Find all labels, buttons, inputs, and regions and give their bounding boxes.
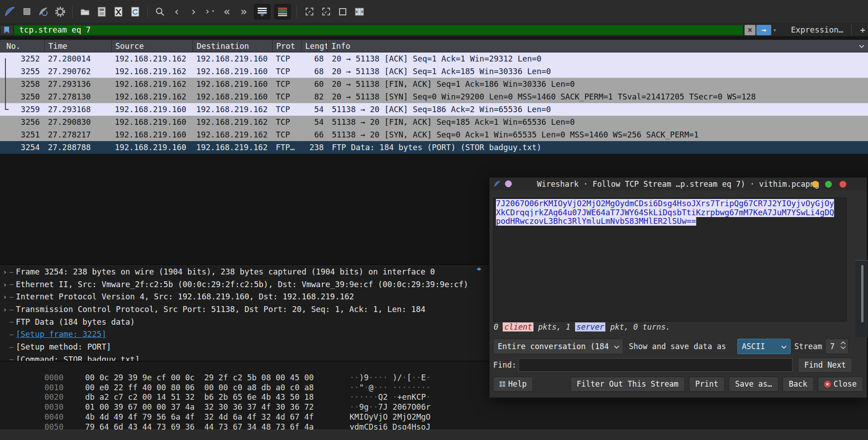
column-header-no[interactable]: No. xyxy=(0,40,44,52)
packet-source: 192.168.219.162 xyxy=(111,90,193,103)
hex-ascii: ··"·@··· ········ xyxy=(349,383,430,392)
packet-list: 3252 27.280014 192.168.219.162 192.168.2… xyxy=(0,52,868,154)
packet-no: 3252 xyxy=(0,52,44,65)
column-header-time[interactable]: Time xyxy=(44,40,111,52)
stream-number-stepper[interactable]: 7 xyxy=(825,339,849,354)
hex-ascii: ······Q2 ·+enKCP· xyxy=(349,393,430,402)
column-header-source[interactable]: Source xyxy=(111,40,193,52)
stepper-arrows-icon[interactable] xyxy=(840,341,846,350)
filter-out-stream-button[interactable]: Filter Out This Stream xyxy=(571,377,685,392)
packet-source: 192.168.219.160 xyxy=(111,116,193,128)
zoom-in-icon[interactable]: ↗ xyxy=(303,5,316,19)
stop-capture-icon[interactable] xyxy=(20,5,33,19)
packet-time: 27.278130 xyxy=(44,90,111,103)
packet-row[interactable]: 3254 27.288788 192.168.219.160 192.168.2… xyxy=(0,141,868,154)
find-packet-icon[interactable] xyxy=(154,5,166,19)
stream-statistics: 0 client pkts, 1 server pkt, 0 turns. xyxy=(494,322,670,331)
show-as-label: Show and save data as xyxy=(629,339,726,354)
wireshark-fin-start-icon[interactable] xyxy=(4,5,16,19)
column-header-length[interactable]: Lengt xyxy=(301,40,327,52)
auto-scroll-toggle[interactable] xyxy=(254,4,270,19)
add-filter-button[interactable]: + xyxy=(857,24,868,35)
go-to-packet-icon[interactable]: ›· xyxy=(204,5,217,19)
packet-row[interactable]: 3259 27.293168 192.168.219.160 192.168.2… xyxy=(0,103,868,116)
chevron-down-icon xyxy=(613,345,620,350)
filter-bar: × → ▾ Expression… + xyxy=(0,24,868,36)
resize-columns-icon[interactable] xyxy=(353,5,366,19)
related-packets-corner xyxy=(5,109,9,110)
packet-destination: 192.168.219.162 xyxy=(193,103,272,116)
packet-protocol: TCP xyxy=(272,65,301,78)
hex-bytes: 4b 4d 49 4f 79 56 6a 4f 32 4d 6a 4f 32 4… xyxy=(85,412,331,422)
expander-chevron-icon[interactable]: › xyxy=(3,291,9,303)
save-as-button[interactable]: Save as… xyxy=(729,377,778,392)
packet-row[interactable]: 3258 27.293136 192.168.219.162 192.168.2… xyxy=(0,78,868,90)
column-header-destination[interactable]: Destination xyxy=(193,40,272,52)
packet-no: 3254 xyxy=(0,141,44,154)
go-back-icon[interactable]: ‹ xyxy=(170,5,183,19)
clear-filter-icon[interactable]: × xyxy=(745,25,756,35)
window-close-button[interactable] xyxy=(840,181,846,188)
tree-tick xyxy=(9,297,14,298)
restart-capture-icon[interactable] xyxy=(37,5,50,19)
help-icon xyxy=(500,381,505,387)
tree-tick xyxy=(9,284,14,285)
window-minimize-button[interactable] xyxy=(812,181,819,188)
expander-chevron-icon[interactable]: › xyxy=(3,303,9,316)
zoom-out-icon[interactable]: ↙ xyxy=(320,5,332,19)
colorize-toggle[interactable] xyxy=(274,4,291,19)
open-file-icon[interactable] xyxy=(79,5,91,19)
zoom-original-icon[interactable] xyxy=(336,5,349,19)
hex-ascii: ··9g··7J 2067O06r xyxy=(349,402,430,412)
filter-dropdown-caret-icon[interactable]: ▾ xyxy=(771,25,778,35)
capture-options-gear-icon[interactable] xyxy=(54,5,66,19)
dialog-titlebar[interactable]: Wireshark · Follow TCP Stream …p.stream … xyxy=(490,178,867,190)
packet-length: 60 xyxy=(301,78,327,90)
save-file-icon[interactable] xyxy=(95,5,108,19)
packet-no: 3256 xyxy=(0,116,44,128)
apply-filter-icon[interactable]: → xyxy=(756,25,771,35)
print-button[interactable]: Print xyxy=(689,377,725,392)
pane-splitter-handle[interactable]: ◀▶ xyxy=(476,266,481,272)
data-format-select[interactable]: ASCII xyxy=(737,339,791,354)
find-input[interactable] xyxy=(519,358,793,372)
column-header-info[interactable]: Info xyxy=(327,40,868,52)
filter-bookmark-icon[interactable] xyxy=(0,25,14,35)
expander-chevron-icon[interactable]: › xyxy=(3,279,9,291)
stream-scrollbar-thumb[interactable] xyxy=(861,265,863,322)
packet-row[interactable]: 3252 27.280014 192.168.219.162 192.168.2… xyxy=(0,52,868,65)
packet-info: 20 → 51138 [ACK] Seq=1 Ack=185 Win=30336… xyxy=(327,65,868,78)
find-next-button[interactable]: Find Next xyxy=(798,358,852,373)
server-chip: server xyxy=(575,322,605,331)
packet-source: 192.168.219.162 xyxy=(111,65,193,78)
reload-file-icon[interactable] xyxy=(129,5,142,19)
stream-content-area[interactable]: 7J2067O06rKMIOyVjO2MjO2MgOydmCDsi6Dsg4Hs… xyxy=(493,198,847,322)
packet-source: 192.168.219.162 xyxy=(111,78,193,90)
packet-row[interactable]: 3251 27.278217 192.168.219.160 192.168.2… xyxy=(0,128,868,141)
back-button[interactable]: Back xyxy=(783,377,814,392)
tree-tick xyxy=(9,310,14,310)
help-button[interactable]: Help xyxy=(493,377,533,392)
packet-row[interactable]: 3256 27.290830 192.168.219.160 192.168.2… xyxy=(0,116,868,128)
header-chevron-down-icon[interactable] xyxy=(858,43,865,52)
hex-bytes: db a2 c7 c2 00 14 51 32 b6 2b 65 6e 4b 4… xyxy=(85,393,331,402)
close-file-icon[interactable] xyxy=(112,5,125,19)
packet-no: 3251 xyxy=(0,128,44,141)
conversation-select[interactable]: Entire conversation (184 xyxy=(493,339,623,354)
go-last-packet-icon[interactable]: » xyxy=(237,5,250,19)
filter-separator xyxy=(851,24,852,35)
packet-row[interactable]: 3255 27.290762 192.168.219.162 192.168.2… xyxy=(0,65,868,78)
close-button[interactable]: ×Close xyxy=(818,377,863,392)
packet-length: 238 xyxy=(301,141,327,154)
expander-chevron-icon[interactable]: › xyxy=(3,266,9,279)
packet-length: 68 xyxy=(301,65,327,78)
window-maximize-button[interactable] xyxy=(825,181,832,188)
display-filter-input[interactable] xyxy=(14,25,743,35)
go-forward-icon[interactable]: › xyxy=(187,5,200,19)
expression-button[interactable]: Expression… xyxy=(791,25,843,34)
column-header-protocol[interactable]: Prot xyxy=(272,40,301,52)
go-first-packet-icon[interactable]: « xyxy=(221,5,233,19)
packet-destination: 192.168.219.160 xyxy=(193,78,272,90)
packet-protocol: TCP xyxy=(272,52,301,65)
packet-row[interactable]: 3250 27.278130 192.168.219.162 192.168.2… xyxy=(0,90,868,103)
